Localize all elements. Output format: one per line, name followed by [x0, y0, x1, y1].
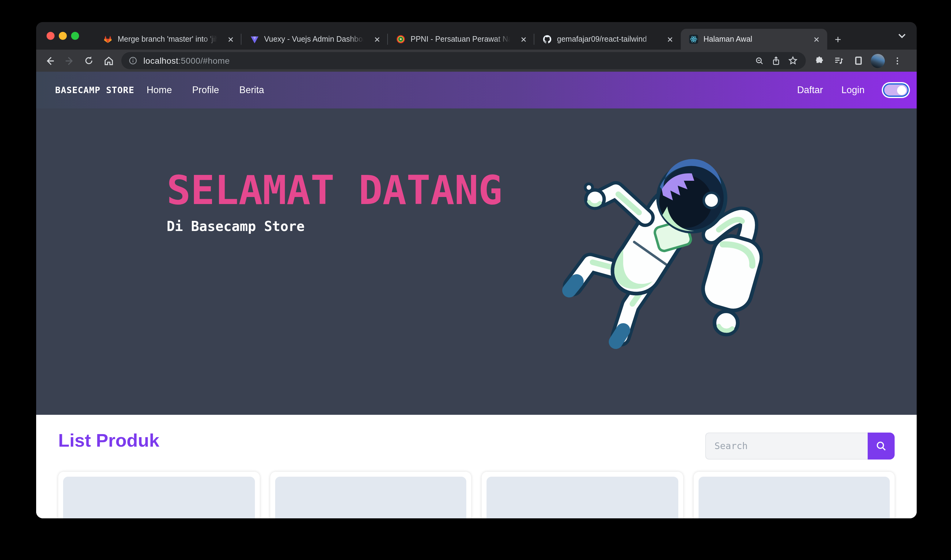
product-card-grid	[58, 472, 895, 518]
zoom-out-icon	[754, 55, 765, 66]
reload-button[interactable]	[79, 51, 98, 70]
url-host: localhost	[143, 56, 178, 66]
hero-section: SELAMAT DATANG Di Basecamp Store	[36, 108, 917, 415]
nav-link-profile[interactable]: Profile	[192, 85, 219, 95]
tab-title: Halaman Awal	[703, 35, 806, 43]
hero-title: SELAMAT DATANG	[167, 170, 502, 212]
bookmark-button[interactable]	[784, 53, 801, 69]
tab-title: Vuexy - Vuejs Admin Dashboar	[264, 35, 367, 43]
product-card[interactable]	[58, 472, 260, 518]
github-icon	[542, 34, 552, 44]
close-tab-icon[interactable]	[226, 34, 235, 44]
theme-toggle[interactable]	[883, 83, 909, 97]
site-navbar: BASECAMP STORE Home Profile Berita Dafta…	[36, 72, 917, 108]
tab-search-chevron-button[interactable]	[896, 29, 908, 42]
plus-icon	[833, 35, 842, 44]
hero-subtitle: Di Basecamp Store	[167, 219, 502, 234]
tab-strip: Merge branch 'master' into 'jiha Vuexy -…	[36, 22, 917, 50]
ppni-icon	[396, 34, 406, 44]
toggle-knob	[897, 85, 906, 95]
tab-vuexy[interactable]: Vuexy - Vuejs Admin Dashboar	[242, 29, 388, 50]
product-search	[705, 432, 895, 460]
product-card[interactable]	[270, 472, 471, 518]
maximize-window-button[interactable]	[71, 32, 79, 40]
close-tab-icon[interactable]	[665, 34, 675, 44]
three-dot-menu-icon	[892, 55, 902, 66]
product-image-placeholder	[698, 477, 890, 518]
products-heading: List Produk	[58, 430, 159, 451]
screen: Merge branch 'master' into 'jiha Vuexy -…	[0, 0, 951, 560]
back-arrow-icon	[44, 55, 55, 66]
playlist-music-icon	[833, 55, 844, 66]
tab-title: Merge branch 'master' into 'jiha	[118, 35, 221, 43]
close-tab-icon[interactable]	[519, 34, 528, 44]
search-button[interactable]	[868, 432, 895, 460]
home-icon	[103, 55, 114, 66]
product-card[interactable]	[693, 472, 895, 518]
zoom-out-indicator-button[interactable]	[751, 53, 768, 69]
share-button[interactable]	[768, 53, 784, 69]
nav-actions: Daftar Login	[797, 83, 909, 97]
astronaut-illustration	[554, 144, 763, 352]
reload-icon	[83, 55, 94, 66]
forward-button[interactable]	[60, 51, 79, 70]
nav-link-home[interactable]: Home	[146, 85, 172, 95]
tab-halaman-awal-active[interactable]: Halaman Awal	[681, 29, 827, 50]
reading-list-button[interactable]	[829, 51, 849, 70]
close-tab-icon[interactable]	[372, 34, 382, 44]
product-image-placeholder	[486, 477, 678, 518]
address-bar[interactable]: localhost:5000/#home	[121, 52, 806, 69]
gitlab-icon	[103, 34, 113, 44]
browser-menu-button[interactable]	[887, 51, 907, 70]
profile-avatar[interactable]	[871, 54, 885, 68]
product-image-placeholder	[275, 477, 466, 518]
register-link[interactable]: Daftar	[797, 85, 823, 95]
search-icon	[875, 440, 887, 452]
login-link[interactable]: Login	[841, 85, 865, 95]
nav-links: Home Profile Berita	[146, 85, 264, 95]
url-text: localhost:5000/#home	[143, 56, 230, 66]
star-icon	[787, 55, 798, 66]
chevron-down-icon	[896, 29, 908, 42]
home-button[interactable]	[98, 51, 118, 70]
products-section: List Produk	[36, 415, 917, 518]
tab-title: gemafajar09/react-tailwind	[557, 35, 660, 43]
side-panel-icon	[853, 55, 864, 66]
side-panel-button[interactable]	[849, 51, 868, 70]
tab-github[interactable]: gemafajar09/react-tailwind	[534, 29, 681, 50]
hero-text: SELAMAT DATANG Di Basecamp Store	[167, 170, 502, 234]
puzzle-icon	[814, 55, 825, 66]
react-icon	[689, 34, 699, 44]
close-tab-icon[interactable]	[811, 34, 821, 44]
tab-gitlab-merge[interactable]: Merge branch 'master' into 'jiha	[95, 29, 242, 50]
new-tab-button[interactable]	[827, 29, 848, 50]
page-content: BASECAMP STORE Home Profile Berita Dafta…	[36, 72, 917, 518]
window-controls	[46, 32, 79, 40]
back-button[interactable]	[40, 51, 60, 70]
product-image-placeholder	[63, 477, 255, 518]
url-path: :5000/#home	[178, 56, 230, 66]
close-window-button[interactable]	[46, 32, 55, 40]
tab-ppni[interactable]: PPNI - Persatuan Perawat Nasio	[388, 29, 534, 50]
product-card[interactable]	[482, 472, 683, 518]
browser-window: Merge branch 'master' into 'jiha Vuexy -…	[36, 22, 917, 518]
nav-link-berita[interactable]: Berita	[239, 85, 264, 95]
forward-arrow-icon	[63, 55, 75, 66]
site-info-icon	[128, 56, 138, 66]
share-icon	[771, 55, 781, 66]
tab-title: PPNI - Persatuan Perawat Nasio	[411, 35, 514, 43]
extensions-button[interactable]	[809, 51, 829, 70]
minimize-window-button[interactable]	[59, 32, 67, 40]
brand-logo[interactable]: BASECAMP STORE	[55, 85, 134, 95]
browser-toolbar: localhost:5000/#home	[36, 50, 917, 72]
vuexy-icon	[249, 34, 259, 44]
search-input[interactable]	[705, 432, 868, 460]
